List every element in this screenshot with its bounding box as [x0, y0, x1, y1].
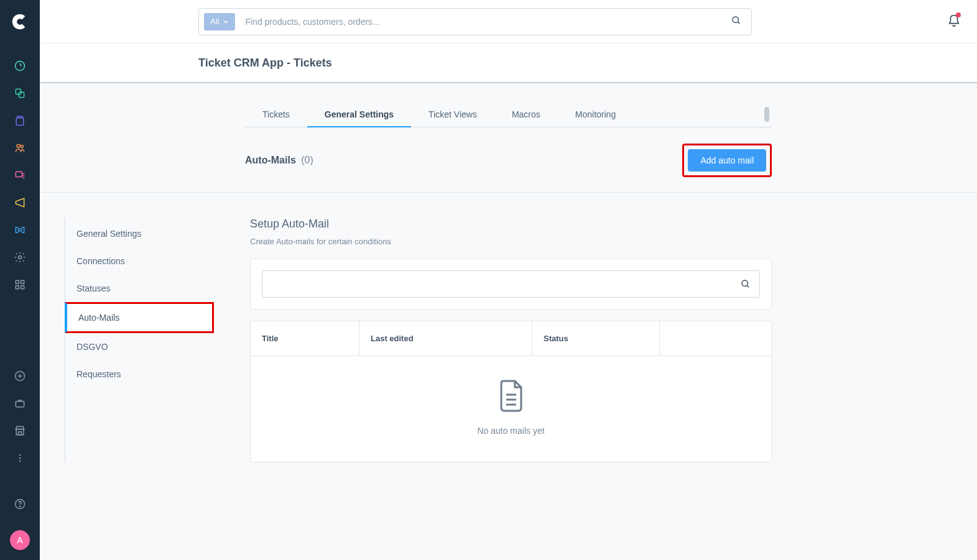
settings-icon[interactable]: [0, 244, 40, 271]
svg-rect-14: [21, 286, 24, 289]
more-icon[interactable]: [0, 444, 40, 472]
add-icon[interactable]: [0, 362, 40, 390]
apps-icon[interactable]: [0, 271, 40, 298]
tab-tickets[interactable]: Tickets: [245, 102, 307, 127]
help-icon[interactable]: [0, 490, 40, 518]
customers-icon[interactable]: [0, 134, 40, 162]
svg-rect-2: [19, 92, 24, 97]
section-count: (0): [301, 155, 313, 165]
tab-ticket-views[interactable]: Ticket Views: [411, 102, 494, 127]
content-icon[interactable]: [0, 162, 40, 189]
section-title: Auto-Mails: [245, 155, 296, 165]
page-title: Ticket CRM App - Tickets: [198, 57, 332, 70]
settings-nav-requesters[interactable]: Requesters: [65, 360, 214, 388]
marketing-icon[interactable]: [0, 189, 40, 216]
sidebar: A: [0, 0, 40, 560]
settings-nav-auto-mails[interactable]: Auto-Mails: [65, 302, 214, 333]
auto-mail-search-input-wrap[interactable]: [262, 270, 760, 298]
empty-text: No auto mails yet: [251, 426, 771, 436]
svg-rect-1: [16, 89, 21, 94]
search-icon: [741, 279, 751, 289]
notification-badge: [956, 12, 961, 17]
column-status: Status: [532, 321, 660, 356]
svg-point-4: [17, 144, 20, 147]
dashboard-icon[interactable]: [0, 52, 40, 80]
settings-nav-statuses[interactable]: Statuses: [65, 275, 214, 302]
tab-macros[interactable]: Macros: [494, 102, 558, 127]
svg-rect-11: [16, 280, 19, 283]
column-actions: [660, 321, 771, 356]
svg-rect-20: [19, 432, 22, 435]
settings-nav: General Settings Connections Statuses Au…: [65, 218, 214, 462]
svg-point-22: [19, 457, 21, 459]
global-search[interactable]: All: [198, 8, 752, 35]
store-icon[interactable]: [0, 417, 40, 444]
search-input[interactable]: [235, 17, 721, 27]
briefcase-icon[interactable]: [0, 390, 40, 417]
svg-point-21: [19, 454, 21, 456]
panel-heading: Setup Auto-Mail: [250, 218, 772, 231]
svg-line-29: [747, 285, 749, 287]
panel-subheading: Create Auto-mails for certain conditions: [250, 237, 772, 246]
column-title: Title: [251, 321, 359, 356]
svg-point-26: [733, 17, 738, 22]
orders-icon[interactable]: [0, 107, 40, 134]
column-last-edited: Last edited: [359, 321, 532, 356]
add-auto-mail-button[interactable]: Add auto mail: [688, 149, 766, 172]
svg-point-23: [19, 461, 21, 462]
svg-point-0: [16, 62, 25, 71]
section-titlebar: Auto-Mails (0) Add auto mail: [245, 127, 772, 192]
page-header: Ticket CRM App - Tickets: [40, 44, 977, 83]
svg-rect-3: [16, 118, 24, 126]
table-empty-state: No auto mails yet: [251, 356, 771, 462]
tab-monitoring[interactable]: Monitoring: [558, 102, 633, 127]
topbar: All: [40, 0, 977, 44]
highlight-add-button: Add auto mail: [682, 144, 772, 177]
svg-point-28: [742, 280, 748, 286]
search-filter-label: All: [210, 17, 219, 26]
app-logo[interactable]: [0, 0, 40, 44]
notifications-icon[interactable]: [947, 14, 961, 30]
chevron-down-icon: [223, 19, 229, 25]
svg-point-5: [21, 145, 23, 147]
svg-point-25: [19, 506, 20, 507]
settings-nav-general[interactable]: General Settings: [65, 220, 214, 247]
table-header-row: Title Last edited Status: [251, 321, 771, 356]
settings-nav-dsgvo[interactable]: DSGVO: [65, 333, 214, 360]
auto-mail-search-input[interactable]: [271, 279, 741, 289]
settings-panel: Setup Auto-Mail Create Auto-mails for ce…: [250, 218, 772, 462]
tab-general-settings[interactable]: General Settings: [307, 102, 411, 127]
svg-rect-18: [16, 402, 24, 407]
svg-line-27: [738, 22, 739, 24]
svg-rect-12: [21, 280, 24, 283]
svg-point-10: [19, 256, 22, 259]
svg-rect-6: [16, 172, 22, 177]
search-icon[interactable]: [721, 16, 751, 28]
user-avatar[interactable]: A: [10, 530, 30, 550]
panel-search-box: [250, 259, 772, 310]
extensions-icon[interactable]: [0, 216, 40, 244]
tabs: Tickets General Settings Ticket Views Ma…: [245, 102, 772, 127]
svg-rect-13: [16, 286, 19, 289]
content-area: Tickets General Settings Ticket Views Ma…: [40, 83, 977, 560]
auto-mails-table: Title Last edited Status No: [250, 321, 772, 462]
search-filter-dropdown[interactable]: All: [204, 13, 235, 30]
tabs-scrollbar[interactable]: [764, 107, 769, 122]
settings-nav-connections[interactable]: Connections: [65, 247, 214, 275]
catalogues-icon[interactable]: [0, 80, 40, 107]
document-icon: [498, 379, 525, 412]
